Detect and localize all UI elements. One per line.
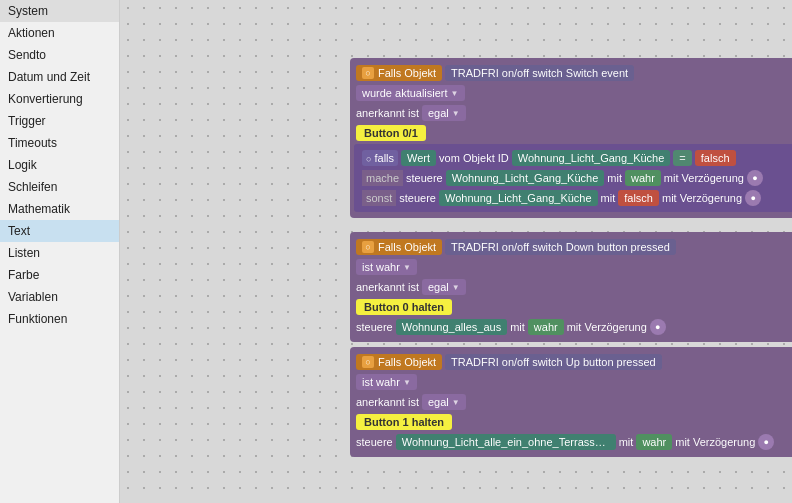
sidebar-item-variablen[interactable]: Variablen bbox=[0, 286, 119, 308]
mitverzg-text-3: mit Verzögerung bbox=[675, 436, 755, 448]
button-label-2: Button 0 halten bbox=[356, 299, 452, 315]
falls-objekt-header-1[interactable]: ○ Falls Objekt bbox=[356, 65, 442, 81]
vom-label: vom Objekt ID bbox=[439, 152, 509, 164]
if-block-1[interactable]: ○ falls Wert vom Objekt ID Wohnung_Licht… bbox=[354, 144, 792, 212]
steuere-text-3: steuere bbox=[356, 436, 393, 448]
anerkannt-label-2: anerkannt ist bbox=[356, 281, 419, 293]
sidebar-item-aktionen[interactable]: Aktionen bbox=[0, 22, 119, 44]
sidebar-item-timeouts[interactable]: Timeouts bbox=[0, 132, 119, 154]
sonst-label: sonst bbox=[362, 190, 396, 206]
ist-wahr-dropdown-3[interactable]: ist wahr bbox=[356, 374, 417, 390]
mitverzg-text-2: mit Verzögerung bbox=[567, 321, 647, 333]
block-outer-1[interactable]: ○ Falls Objekt TRADFRI on/off switch Swi… bbox=[350, 58, 792, 218]
mit-text-2: mit bbox=[510, 321, 525, 333]
steuere-obj-2[interactable]: Wohnung_Licht_Gang_Küche bbox=[439, 190, 598, 206]
mit-text-3: mit bbox=[619, 436, 634, 448]
falls-objekt-header-3[interactable]: ○ Falls Objekt bbox=[356, 354, 442, 370]
anerkannt-dropdown-2[interactable]: egal bbox=[422, 279, 466, 295]
sidebar-item-farbe[interactable]: Farbe bbox=[0, 264, 119, 286]
equals-op[interactable]: = bbox=[673, 150, 691, 166]
wahr-val-b3[interactable]: wahr bbox=[636, 434, 672, 450]
sidebar-item-schleifen[interactable]: Schleifen bbox=[0, 176, 119, 198]
delay-circle-1[interactable]: ● bbox=[747, 170, 763, 186]
block-outer-3[interactable]: ○ Falls Objekt TRADFRI on/off switch Up … bbox=[350, 347, 792, 457]
sidebar-item-datum[interactable]: Datum und Zeit bbox=[0, 66, 119, 88]
ist-wahr-dropdown-2[interactable]: ist wahr bbox=[356, 259, 417, 275]
steuere-row-2: steuere Wohnung_alles_aus mit wahr mit V… bbox=[354, 318, 792, 336]
inner-label-row-2: Button 0 halten bbox=[354, 298, 792, 316]
block-group-1: ○ Falls Objekt TRADFRI on/off switch Swi… bbox=[350, 58, 792, 218]
obj-name-1[interactable]: Wohnung_Licht_Gang_Küche bbox=[512, 150, 671, 166]
sidebar-item-system[interactable]: System bbox=[0, 0, 119, 22]
objekt-id-pill-3: TRADFRI on/off switch Up button pressed bbox=[445, 354, 662, 370]
falsch-val[interactable]: falsch bbox=[695, 150, 736, 166]
falls-objekt-label-2: Falls Objekt bbox=[378, 241, 436, 253]
sidebar: System Aktionen Sendto Datum und Zeit Ko… bbox=[0, 0, 120, 503]
block-header-row-2: ○ Falls Objekt TRADFRI on/off switch Dow… bbox=[354, 238, 792, 256]
wurde-dropdown[interactable]: wurde aktualisiert bbox=[356, 85, 465, 101]
block-header-row-3: ○ Falls Objekt TRADFRI on/off switch Up … bbox=[354, 353, 792, 371]
wurde-row: wurde aktualisiert bbox=[354, 84, 792, 102]
mache-row: mache steuere Wohnung_Licht_Gang_Küche m… bbox=[360, 169, 792, 187]
sidebar-item-logik[interactable]: Logik bbox=[0, 154, 119, 176]
delay-circle-b2[interactable]: ● bbox=[650, 319, 666, 335]
block-icon-3: ○ bbox=[362, 356, 374, 368]
anerkannt-label-3: anerkannt ist bbox=[356, 396, 419, 408]
button-label-1: Button 0/1 bbox=[356, 125, 426, 141]
sidebar-item-funktionen[interactable]: Funktionen bbox=[0, 308, 119, 330]
block-icon-2: ○ bbox=[362, 241, 374, 253]
block-header-row-1: ○ Falls Objekt TRADFRI on/off switch Swi… bbox=[354, 64, 792, 82]
sidebar-item-trigger[interactable]: Trigger bbox=[0, 110, 119, 132]
block-outer-2[interactable]: ○ Falls Objekt TRADFRI on/off switch Dow… bbox=[350, 232, 792, 342]
wahr-val-1[interactable]: wahr bbox=[625, 170, 661, 186]
steuere-label-1: steuere bbox=[406, 172, 443, 184]
button-label-3: Button 1 halten bbox=[356, 414, 452, 430]
mit-label-2: mit bbox=[601, 192, 616, 204]
ist-wahr-row-3: ist wahr bbox=[354, 373, 792, 391]
falsch-val-2[interactable]: falsch bbox=[618, 190, 659, 206]
steuere-row-3: steuere Wohnung_Licht_alle_ein_ohne_Terr… bbox=[354, 433, 792, 451]
block-icon-1: ○ bbox=[362, 67, 374, 79]
falls-label: ○ falls bbox=[362, 150, 398, 166]
anerkannt-row-3: anerkannt ist egal bbox=[354, 393, 792, 411]
steuere-label-2: steuere bbox=[399, 192, 436, 204]
ist-wahr-row-2: ist wahr bbox=[354, 258, 792, 276]
objekt-id-pill-1: TRADFRI on/off switch Switch event bbox=[445, 65, 634, 81]
mitverzg-label-1: mit Verzögerung bbox=[664, 172, 744, 184]
inner-label-row-3: Button 1 halten bbox=[354, 413, 792, 431]
delay-circle-b3[interactable]: ● bbox=[758, 434, 774, 450]
mitverzg-label-2: mit Verzögerung bbox=[662, 192, 742, 204]
anerkannt-row-2: anerkannt ist egal bbox=[354, 278, 792, 296]
falls-row: ○ falls Wert vom Objekt ID Wohnung_Licht… bbox=[360, 149, 792, 167]
wahr-val-b2[interactable]: wahr bbox=[528, 319, 564, 335]
block-group-3: ○ Falls Objekt TRADFRI on/off switch Up … bbox=[350, 347, 792, 457]
sidebar-item-mathematik[interactable]: Mathematik bbox=[0, 198, 119, 220]
falls-objekt-label-3: Falls Objekt bbox=[378, 356, 436, 368]
falls-text: falls bbox=[375, 152, 395, 164]
steuere-text-2: steuere bbox=[356, 321, 393, 333]
steuere-obj-b3[interactable]: Wohnung_Licht_alle_ein_ohne_Terrasse_Bal… bbox=[396, 434, 616, 450]
sonst-row: sonst steuere Wohnung_Licht_Gang_Küche m… bbox=[360, 189, 792, 207]
anerkannt-dropdown-3[interactable]: egal bbox=[422, 394, 466, 410]
anerkannt-dropdown[interactable]: egal bbox=[422, 105, 466, 121]
sidebar-item-konvertierung[interactable]: Konvertierung bbox=[0, 88, 119, 110]
mit-label-1: mit bbox=[607, 172, 622, 184]
sidebar-item-text[interactable]: Text bbox=[0, 220, 119, 242]
block-group-2: ○ Falls Objekt TRADFRI on/off switch Dow… bbox=[350, 232, 792, 342]
anerkannt-label: anerkannt ist bbox=[356, 107, 419, 119]
sidebar-item-sendto[interactable]: Sendto bbox=[0, 44, 119, 66]
sidebar-item-listen[interactable]: Listen bbox=[0, 242, 119, 264]
falls-objekt-label-1: Falls Objekt bbox=[378, 67, 436, 79]
falls-objekt-header-2[interactable]: ○ Falls Objekt bbox=[356, 239, 442, 255]
mache-label: mache bbox=[362, 170, 403, 186]
canvas-area[interactable]: ○ Falls Objekt TRADFRI on/off switch Swi… bbox=[120, 0, 792, 503]
inner-label-row-1: Button 0/1 bbox=[354, 124, 792, 142]
anerkannt-row: anerkannt ist egal bbox=[354, 104, 792, 122]
steuere-obj-1[interactable]: Wohnung_Licht_Gang_Küche bbox=[446, 170, 605, 186]
wert-label[interactable]: Wert bbox=[401, 150, 436, 166]
objekt-id-pill-2: TRADFRI on/off switch Down button presse… bbox=[445, 239, 676, 255]
steuere-obj-b2[interactable]: Wohnung_alles_aus bbox=[396, 319, 507, 335]
delay-circle-2[interactable]: ● bbox=[745, 190, 761, 206]
